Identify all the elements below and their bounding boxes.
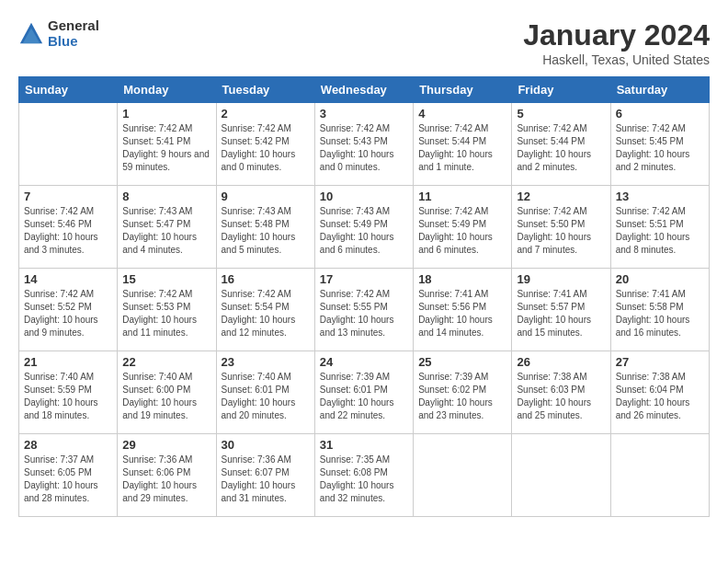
- calendar-cell: 20Sunrise: 7:41 AMSunset: 5:58 PMDayligh…: [610, 269, 709, 351]
- weekday-header-wednesday: Wednesday: [314, 77, 413, 103]
- day-number: 8: [122, 190, 210, 203]
- calendar-cell: 7Sunrise: 7:42 AMSunset: 5:46 PMDaylight…: [19, 186, 118, 269]
- calendar-cell: 11Sunrise: 7:42 AMSunset: 5:49 PMDayligh…: [414, 186, 512, 269]
- week-row-2: 7Sunrise: 7:42 AMSunset: 5:46 PMDaylight…: [19, 186, 710, 269]
- logo: General Blue: [18, 18, 99, 49]
- calendar-cell: 12Sunrise: 7:42 AMSunset: 5:50 PMDayligh…: [512, 186, 610, 269]
- day-number: 1: [122, 107, 210, 121]
- weekday-header-monday: Monday: [118, 77, 216, 103]
- day-info: Sunrise: 7:43 AMSunset: 5:47 PMDaylight:…: [122, 205, 210, 257]
- calendar-cell: [19, 103, 118, 186]
- week-row-5: 28Sunrise: 7:37 AMSunset: 6:05 PMDayligh…: [19, 434, 710, 517]
- calendar-cell: 21Sunrise: 7:40 AMSunset: 5:59 PMDayligh…: [19, 351, 118, 434]
- calendar-cell: 4Sunrise: 7:42 AMSunset: 5:44 PMDaylight…: [414, 103, 512, 186]
- day-info: Sunrise: 7:43 AMSunset: 5:49 PMDaylight:…: [320, 205, 408, 257]
- calendar-title: January 2024: [523, 18, 710, 52]
- calendar-cell: 2Sunrise: 7:42 AMSunset: 5:42 PMDaylight…: [216, 103, 314, 186]
- day-number: 23: [222, 355, 310, 369]
- calendar-cell: 22Sunrise: 7:40 AMSunset: 6:00 PMDayligh…: [118, 351, 216, 434]
- day-number: 30: [222, 438, 310, 452]
- calendar-subtitle: Haskell, Texas, United States: [523, 52, 710, 67]
- calendar-cell: [610, 434, 709, 517]
- day-info: Sunrise: 7:38 AMSunset: 6:04 PMDaylight:…: [616, 371, 704, 422]
- day-info: Sunrise: 7:42 AMSunset: 5:51 PMDaylight:…: [616, 205, 704, 257]
- weekday-header-row: SundayMondayTuesdayWednesdayThursdayFrid…: [19, 77, 710, 103]
- day-info: Sunrise: 7:42 AMSunset: 5:55 PMDaylight:…: [320, 288, 408, 339]
- day-number: 14: [24, 272, 112, 286]
- calendar-cell: 27Sunrise: 7:38 AMSunset: 6:04 PMDayligh…: [610, 351, 709, 434]
- calendar-cell: 9Sunrise: 7:43 AMSunset: 5:48 PMDaylight…: [216, 186, 314, 269]
- day-number: 10: [320, 190, 408, 203]
- day-info: Sunrise: 7:42 AMSunset: 5:49 PMDaylight:…: [418, 205, 506, 257]
- day-number: 24: [320, 355, 408, 369]
- calendar-cell: 18Sunrise: 7:41 AMSunset: 5:56 PMDayligh…: [414, 269, 512, 351]
- day-info: Sunrise: 7:42 AMSunset: 5:50 PMDaylight:…: [517, 205, 605, 257]
- day-number: 11: [418, 190, 506, 203]
- day-info: Sunrise: 7:36 AMSunset: 6:06 PMDaylight:…: [122, 454, 210, 505]
- calendar-cell: 3Sunrise: 7:42 AMSunset: 5:43 PMDaylight…: [314, 103, 413, 186]
- calendar-cell: 25Sunrise: 7:39 AMSunset: 6:02 PMDayligh…: [414, 351, 512, 434]
- calendar-cell: 15Sunrise: 7:42 AMSunset: 5:53 PMDayligh…: [118, 269, 216, 351]
- day-info: Sunrise: 7:37 AMSunset: 6:05 PMDaylight:…: [24, 454, 112, 505]
- calendar-cell: 6Sunrise: 7:42 AMSunset: 5:45 PMDaylight…: [610, 103, 709, 186]
- day-info: Sunrise: 7:42 AMSunset: 5:54 PMDaylight:…: [222, 288, 310, 339]
- calendar-cell: [414, 434, 512, 517]
- day-info: Sunrise: 7:42 AMSunset: 5:41 PMDaylight:…: [122, 122, 210, 174]
- calendar-cell: 19Sunrise: 7:41 AMSunset: 5:57 PMDayligh…: [512, 269, 610, 351]
- day-info: Sunrise: 7:42 AMSunset: 5:45 PMDaylight:…: [616, 122, 704, 174]
- day-number: 26: [517, 355, 605, 369]
- day-number: 2: [222, 107, 310, 121]
- day-info: Sunrise: 7:42 AMSunset: 5:42 PMDaylight:…: [222, 122, 310, 174]
- calendar-cell: 28Sunrise: 7:37 AMSunset: 6:05 PMDayligh…: [19, 434, 118, 517]
- calendar-cell: 14Sunrise: 7:42 AMSunset: 5:52 PMDayligh…: [19, 269, 118, 351]
- logo-general: General: [48, 18, 99, 34]
- calendar-cell: 13Sunrise: 7:42 AMSunset: 5:51 PMDayligh…: [610, 186, 709, 269]
- day-number: 17: [320, 272, 408, 286]
- day-info: Sunrise: 7:41 AMSunset: 5:58 PMDaylight:…: [616, 288, 704, 339]
- calendar-cell: 29Sunrise: 7:36 AMSunset: 6:06 PMDayligh…: [118, 434, 216, 517]
- calendar-cell: 30Sunrise: 7:36 AMSunset: 6:07 PMDayligh…: [216, 434, 314, 517]
- day-info: Sunrise: 7:41 AMSunset: 5:56 PMDaylight:…: [418, 288, 506, 339]
- logo-icon: [18, 21, 44, 47]
- logo-blue: Blue: [48, 34, 99, 50]
- calendar-cell: 10Sunrise: 7:43 AMSunset: 5:49 PMDayligh…: [314, 186, 413, 269]
- day-number: 18: [418, 272, 506, 286]
- day-info: Sunrise: 7:43 AMSunset: 5:48 PMDaylight:…: [222, 205, 310, 257]
- day-number: 21: [24, 355, 112, 369]
- calendar-cell: 5Sunrise: 7:42 AMSunset: 5:44 PMDaylight…: [512, 103, 610, 186]
- week-row-1: 1Sunrise: 7:42 AMSunset: 5:41 PMDaylight…: [19, 103, 710, 186]
- day-info: Sunrise: 7:42 AMSunset: 5:46 PMDaylight:…: [24, 205, 112, 257]
- day-info: Sunrise: 7:35 AMSunset: 6:08 PMDaylight:…: [320, 454, 408, 505]
- day-info: Sunrise: 7:41 AMSunset: 5:57 PMDaylight:…: [517, 288, 605, 339]
- day-number: 7: [24, 190, 112, 203]
- day-number: 13: [616, 190, 704, 203]
- day-info: Sunrise: 7:42 AMSunset: 5:52 PMDaylight:…: [24, 288, 112, 339]
- day-number: 6: [616, 107, 704, 121]
- day-number: 9: [222, 190, 310, 203]
- weekday-header-sunday: Sunday: [19, 77, 118, 103]
- day-number: 15: [122, 272, 210, 286]
- calendar-table: SundayMondayTuesdayWednesdayThursdayFrid…: [18, 76, 710, 517]
- day-number: 3: [320, 107, 408, 121]
- week-row-3: 14Sunrise: 7:42 AMSunset: 5:52 PMDayligh…: [19, 269, 710, 351]
- calendar-cell: 1Sunrise: 7:42 AMSunset: 5:41 PMDaylight…: [118, 103, 216, 186]
- day-info: Sunrise: 7:39 AMSunset: 6:01 PMDaylight:…: [320, 371, 408, 422]
- calendar-cell: 8Sunrise: 7:43 AMSunset: 5:47 PMDaylight…: [118, 186, 216, 269]
- calendar-cell: 17Sunrise: 7:42 AMSunset: 5:55 PMDayligh…: [314, 269, 413, 351]
- day-info: Sunrise: 7:39 AMSunset: 6:02 PMDaylight:…: [418, 371, 506, 422]
- day-number: 5: [517, 107, 605, 121]
- weekday-header-saturday: Saturday: [610, 77, 709, 103]
- title-section: January 2024 Haskell, Texas, United Stat…: [523, 18, 710, 67]
- day-info: Sunrise: 7:42 AMSunset: 5:44 PMDaylight:…: [517, 122, 605, 174]
- day-info: Sunrise: 7:42 AMSunset: 5:53 PMDaylight:…: [122, 288, 210, 339]
- weekday-header-friday: Friday: [512, 77, 610, 103]
- day-info: Sunrise: 7:40 AMSunset: 6:01 PMDaylight:…: [222, 371, 310, 422]
- day-number: 29: [122, 438, 210, 452]
- day-info: Sunrise: 7:40 AMSunset: 5:59 PMDaylight:…: [24, 371, 112, 422]
- day-number: 20: [616, 272, 704, 286]
- day-number: 25: [418, 355, 506, 369]
- day-number: 27: [616, 355, 704, 369]
- calendar-cell: 16Sunrise: 7:42 AMSunset: 5:54 PMDayligh…: [216, 269, 314, 351]
- calendar-cell: 23Sunrise: 7:40 AMSunset: 6:01 PMDayligh…: [216, 351, 314, 434]
- day-info: Sunrise: 7:36 AMSunset: 6:07 PMDaylight:…: [222, 454, 310, 505]
